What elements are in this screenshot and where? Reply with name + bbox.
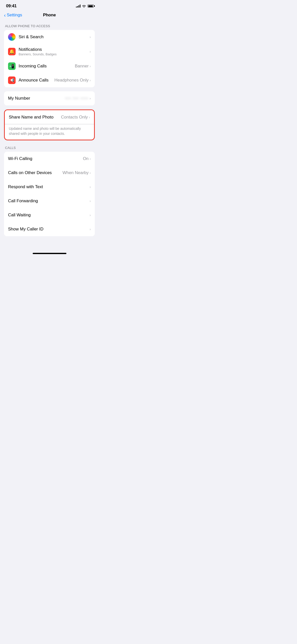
share-name-photo-value: Contacts Only — [61, 115, 88, 120]
announce-calls-icon: 📢 — [8, 76, 16, 84]
chevron-right-icon: › — [90, 171, 91, 175]
page-title: Phone — [43, 13, 56, 18]
status-bar: 09:41 — [0, 0, 99, 11]
notifications-item[interactable]: 🔔 Notifications Banners, Sounds, Badges … — [4, 44, 95, 59]
announce-calls-item[interactable]: 📢 Announce Calls Headphones Only › — [4, 73, 95, 87]
siri-icon — [8, 33, 16, 41]
incoming-calls-item[interactable]: 📲 Incoming Calls Banner › — [4, 59, 95, 73]
chevron-right-icon: › — [89, 115, 90, 119]
call-forwarding-title: Call Forwarding — [8, 198, 90, 204]
back-label: Settings — [7, 13, 22, 18]
calls-card: Wi-Fi Calling On › Calls on Other Device… — [4, 152, 95, 236]
allow-access-header: ALLOW PHONE TO ACCESS — [0, 23, 99, 30]
share-name-photo-title: Share Name and Photo — [9, 115, 61, 120]
chevron-right-icon: › — [90, 199, 91, 203]
siri-search-item[interactable]: Siri & Search › — [4, 30, 95, 44]
chevron-right-icon: › — [90, 157, 91, 161]
wifi-calling-title: Wi-Fi Calling — [8, 156, 83, 161]
chevron-right-icon: › — [90, 64, 91, 68]
chevron-right-icon: › — [90, 78, 91, 82]
chevron-right-icon: › — [90, 96, 91, 100]
battery-icon — [88, 5, 94, 8]
status-time: 09:41 — [6, 4, 17, 9]
respond-text-item[interactable]: Respond with Text › — [4, 180, 95, 194]
calls-other-devices-value: When Nearby — [62, 170, 89, 175]
signal-icon — [76, 5, 80, 8]
home-indicator — [33, 253, 66, 254]
incoming-calls-icon: 📲 — [8, 62, 16, 70]
chevron-right-icon: › — [90, 185, 91, 189]
share-name-photo-card: Share Name and Photo Contacts Only › Upd… — [4, 109, 95, 140]
wifi-calling-item[interactable]: Wi-Fi Calling On › — [4, 152, 95, 166]
my-number-item[interactable]: My Number ••• ••• •••• › — [4, 91, 95, 105]
show-caller-id-title: Show My Caller ID — [8, 227, 90, 232]
share-description: Updated name and photo will be automatic… — [5, 124, 94, 140]
nav-bar: ‹ Settings Phone — [0, 11, 99, 21]
allow-access-card: Siri & Search › 🔔 Notifications Banners,… — [4, 30, 95, 87]
incoming-calls-value: Banner — [75, 64, 89, 69]
wifi-calling-value: On — [83, 156, 89, 161]
status-icons — [76, 5, 94, 8]
share-name-photo-item[interactable]: Share Name and Photo Contacts Only › — [5, 110, 94, 124]
wifi-icon — [82, 5, 86, 8]
my-number-value: ••• ••• •••• — [65, 96, 89, 101]
call-forwarding-item[interactable]: Call Forwarding › — [4, 194, 95, 208]
calls-header: CALLS — [0, 144, 99, 152]
content: ALLOW PHONE TO ACCESS Siri & Search › 🔔 … — [0, 21, 99, 250]
chevron-right-icon: › — [90, 227, 91, 231]
notifications-subtitle: Banners, Sounds, Badges — [19, 52, 90, 56]
announce-calls-value: Headphones Only — [54, 78, 89, 83]
show-caller-id-item[interactable]: Show My Caller ID › — [4, 222, 95, 236]
chevron-right-icon: › — [90, 50, 91, 54]
announce-calls-title: Announce Calls — [19, 78, 54, 83]
chevron-right-icon: › — [90, 35, 91, 39]
calls-other-devices-title: Calls on Other Devices — [8, 170, 62, 175]
my-number-title: My Number — [8, 96, 65, 101]
chevron-right-icon: › — [90, 213, 91, 217]
calls-other-devices-item[interactable]: Calls on Other Devices When Nearby › — [4, 166, 95, 180]
back-chevron-icon: ‹ — [4, 13, 6, 18]
respond-text-title: Respond with Text — [8, 184, 90, 189]
call-waiting-title: Call Waiting — [8, 213, 90, 218]
call-waiting-item[interactable]: Call Waiting › — [4, 208, 95, 222]
back-button[interactable]: ‹ Settings — [4, 13, 22, 18]
siri-search-title: Siri & Search — [19, 34, 90, 39]
notifications-icon: 🔔 — [8, 48, 16, 55]
notifications-title: Notifications — [19, 47, 90, 52]
incoming-calls-title: Incoming Calls — [19, 64, 75, 69]
my-number-card: My Number ••• ••• •••• › — [4, 91, 95, 105]
